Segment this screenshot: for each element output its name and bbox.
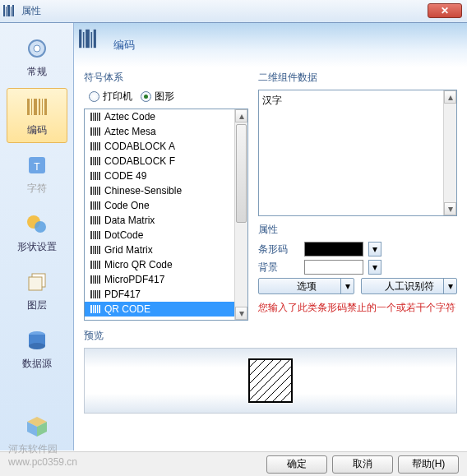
svg-rect-48 <box>97 187 98 195</box>
barcode-color-swatch[interactable] <box>304 242 363 256</box>
svg-rect-40 <box>90 172 92 180</box>
close-button[interactable]: ✕ <box>428 3 462 18</box>
svg-rect-82 <box>95 290 96 298</box>
svg-rect-73 <box>97 261 98 269</box>
radio-printer-label: 打印机 <box>103 90 132 104</box>
svg-rect-75 <box>90 275 92 284</box>
properties-title: 属性 <box>258 223 457 237</box>
sidebar-item-layer[interactable]: 图层 <box>7 263 67 318</box>
svg-rect-31 <box>93 142 94 150</box>
page-header: 编码 <box>74 23 467 67</box>
sidebar-item-label: 常规 <box>27 65 47 79</box>
svg-rect-22 <box>95 113 96 121</box>
preview-label: 预览 <box>84 329 457 343</box>
svg-rect-87 <box>95 305 96 313</box>
svg-rect-55 <box>90 216 92 224</box>
scroll-up-icon[interactable]: ▴ <box>444 90 456 104</box>
barcode-item-icon <box>90 141 101 152</box>
svg-rect-72 <box>95 261 96 269</box>
list-item[interactable]: Aztec Mesa <box>85 124 247 139</box>
svg-rect-45 <box>90 187 92 195</box>
barcode-item-icon <box>90 185 101 196</box>
background-color-dropdown[interactable]: ▾ <box>368 260 381 275</box>
list-item[interactable]: Aztec Code <box>85 109 247 124</box>
svg-rect-43 <box>97 172 98 180</box>
svg-rect-70 <box>90 261 92 269</box>
list-item[interactable]: MicroPDF417 <box>85 272 247 287</box>
list-item[interactable]: Micro QR Code <box>85 257 247 272</box>
list-item[interactable]: DotCode <box>85 228 247 243</box>
list-item-label: Chinese-Sensible <box>104 185 182 196</box>
symbol-listbox[interactable]: Aztec CodeAztec MesaCODABLOCK ACODABLOCK… <box>84 109 248 321</box>
scroll-down-icon[interactable]: ▾ <box>235 307 247 320</box>
list-item-label: QR CODE <box>104 303 150 315</box>
list-item[interactable]: QR CODE <box>85 302 247 317</box>
svg-point-1 <box>34 45 40 52</box>
title-bar: 属性 ✕ <box>0 0 467 23</box>
sidebar-item-datasource[interactable]: 数据源 <box>7 321 67 377</box>
options-button[interactable]: 选项 ▾ <box>258 278 354 294</box>
list-item[interactable]: CODABLOCK F <box>85 154 247 169</box>
list-item[interactable]: PDF417 <box>85 287 247 302</box>
layer-icon <box>24 269 50 295</box>
radio-printer[interactable]: 打印机 <box>89 90 132 104</box>
scrollbar[interactable]: ▴ ▾ <box>443 90 456 215</box>
barcode-item-icon <box>90 111 101 122</box>
list-item-label: CODABLOCK A <box>104 141 175 152</box>
list-item[interactable]: CODABLOCK A <box>85 139 247 154</box>
svg-rect-63 <box>97 231 98 239</box>
sidebar-item-label: 形状设置 <box>17 240 57 254</box>
sidebar-item-more[interactable] <box>7 408 67 449</box>
svg-point-11 <box>35 221 46 233</box>
ok-button[interactable]: 确定 <box>266 455 327 474</box>
scroll-thumb[interactable] <box>236 124 247 223</box>
svg-rect-21 <box>93 113 94 121</box>
svg-rect-30 <box>90 142 92 150</box>
svg-rect-47 <box>95 187 96 195</box>
sidebar-item-general[interactable]: 常规 <box>7 30 67 85</box>
barcode-color-label: 条形码 <box>258 243 299 256</box>
cancel-button[interactable]: 取消 <box>332 455 393 474</box>
scrollbar[interactable]: ▴ ▾ <box>234 109 247 320</box>
sidebar-item-label: 图层 <box>27 298 47 312</box>
svg-rect-59 <box>99 216 100 224</box>
svg-rect-7 <box>44 99 47 115</box>
sidebar-item-text[interactable]: T 字符 <box>7 146 67 201</box>
list-item[interactable]: Chinese-Sensible <box>85 183 247 198</box>
sidebar-item-encoding[interactable]: 编码 <box>7 88 67 143</box>
scroll-down-icon[interactable]: ▾ <box>444 202 456 215</box>
barcode-item-icon <box>90 126 101 137</box>
svg-rect-60 <box>90 231 92 239</box>
list-item-label: Data Matrix <box>104 215 155 226</box>
list-item[interactable]: Data Matrix <box>85 213 247 228</box>
svg-rect-38 <box>97 157 98 165</box>
help-button[interactable]: 帮助(H) <box>398 455 459 474</box>
barcode-item-icon <box>90 155 101 167</box>
list-item[interactable]: TLC 39 <box>85 317 247 320</box>
svg-rect-89 <box>99 305 100 313</box>
svg-rect-3 <box>31 99 32 115</box>
svg-rect-36 <box>93 157 94 165</box>
sidebar-item-shape[interactable]: 形状设置 <box>7 205 67 260</box>
human-readable-button[interactable]: 人工识别符 ▾ <box>361 278 457 294</box>
background-color-label: 背景 <box>258 261 299 275</box>
radio-graphic[interactable]: 图形 <box>141 90 174 104</box>
svg-rect-34 <box>99 142 100 150</box>
barcode-item-icon <box>90 244 101 256</box>
shape-icon <box>24 210 50 237</box>
svg-rect-25 <box>90 127 92 136</box>
data-textarea[interactable]: 汉字 ▴ ▾ <box>258 90 457 216</box>
list-item[interactable]: Grid Matrix <box>85 243 247 257</box>
background-color-swatch[interactable] <box>304 260 363 275</box>
scroll-up-icon[interactable]: ▴ <box>235 109 247 122</box>
barcode-color-dropdown[interactable]: ▾ <box>368 242 381 256</box>
svg-rect-26 <box>93 127 94 136</box>
svg-rect-13 <box>29 277 42 290</box>
barcode-icon <box>82 33 107 58</box>
svg-rect-50 <box>90 201 92 210</box>
main-panel: 编码 符号体系 打印机 图形 Aztec CodeAztec MesaCODAB… <box>74 23 467 451</box>
list-item[interactable]: Code One <box>85 198 247 213</box>
list-item[interactable]: CODE 49 <box>85 169 247 183</box>
gear-icon <box>24 35 50 62</box>
svg-rect-62 <box>95 231 96 239</box>
